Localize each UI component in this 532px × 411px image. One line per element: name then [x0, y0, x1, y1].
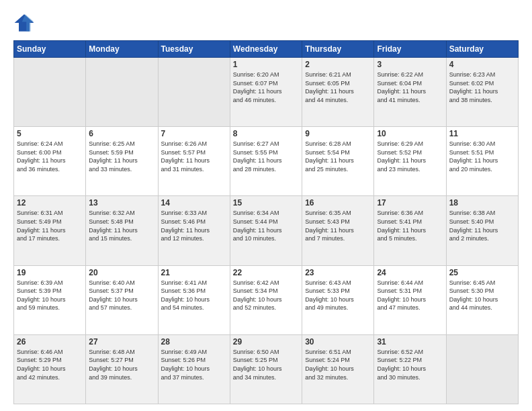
day-info: Sunrise: 6:32 AM Sunset: 5:48 PM Dayligh…: [89, 209, 154, 242]
day-info: Sunrise: 6:44 AM Sunset: 5:31 PM Dayligh…: [377, 279, 443, 312]
day-info: Sunrise: 6:27 AM Sunset: 5:55 PM Dayligh…: [233, 140, 299, 173]
logo-icon: [13, 12, 35, 34]
calendar-cell: 5Sunrise: 6:24 AM Sunset: 6:00 PM Daylig…: [14, 127, 86, 196]
day-number: 15: [233, 198, 299, 208]
day-number: 28: [161, 337, 227, 347]
day-number: 13: [89, 198, 154, 208]
day-number: 29: [233, 337, 299, 347]
calendar-cell: 29Sunrise: 6:50 AM Sunset: 5:25 PM Dayli…: [230, 334, 302, 404]
day-number: 10: [377, 129, 443, 138]
day-info: Sunrise: 6:31 AM Sunset: 5:49 PM Dayligh…: [17, 209, 83, 242]
day-number: 4: [449, 60, 515, 69]
calendar-cell: 20Sunrise: 6:40 AM Sunset: 5:37 PM Dayli…: [86, 265, 158, 334]
calendar-week-row: 1Sunrise: 6:20 AM Sunset: 6:07 PM Daylig…: [14, 58, 519, 127]
day-number: 21: [161, 268, 227, 277]
calendar-cell: 2Sunrise: 6:21 AM Sunset: 6:05 PM Daylig…: [302, 58, 374, 127]
calendar-cell: 18Sunrise: 6:38 AM Sunset: 5:40 PM Dayli…: [446, 196, 518, 265]
day-number: 19: [17, 268, 83, 277]
day-number: 3: [377, 60, 443, 69]
day-info: Sunrise: 6:52 AM Sunset: 5:22 PM Dayligh…: [377, 348, 443, 381]
calendar-cell: 6Sunrise: 6:25 AM Sunset: 5:59 PM Daylig…: [86, 127, 158, 196]
day-number: 30: [305, 337, 371, 347]
day-info: Sunrise: 6:29 AM Sunset: 5:52 PM Dayligh…: [377, 140, 443, 173]
calendar-cell: 3Sunrise: 6:22 AM Sunset: 6:04 PM Daylig…: [374, 58, 446, 127]
day-number: 16: [305, 198, 371, 208]
day-info: Sunrise: 6:23 AM Sunset: 6:02 PM Dayligh…: [449, 71, 515, 104]
day-info: Sunrise: 6:45 AM Sunset: 5:30 PM Dayligh…: [449, 279, 515, 312]
page: SundayMondayTuesdayWednesdayThursdayFrid…: [0, 0, 532, 411]
calendar-cell: 21Sunrise: 6:41 AM Sunset: 5:36 PM Dayli…: [158, 265, 230, 334]
calendar-cell: 10Sunrise: 6:29 AM Sunset: 5:52 PM Dayli…: [374, 127, 446, 196]
day-number: 20: [89, 268, 154, 277]
day-number: 26: [17, 337, 83, 347]
weekday-header-row: SundayMondayTuesdayWednesdayThursdayFrid…: [14, 41, 519, 58]
day-info: Sunrise: 6:28 AM Sunset: 5:54 PM Dayligh…: [305, 140, 371, 173]
weekday-header-sunday: Sunday: [14, 41, 86, 58]
day-number: 2: [305, 60, 371, 69]
day-number: 25: [449, 268, 515, 277]
calendar-cell: 9Sunrise: 6:28 AM Sunset: 5:54 PM Daylig…: [302, 127, 374, 196]
day-number: 8: [233, 129, 299, 138]
day-info: Sunrise: 6:38 AM Sunset: 5:40 PM Dayligh…: [449, 209, 515, 242]
day-number: 7: [161, 129, 227, 138]
day-info: Sunrise: 6:41 AM Sunset: 5:36 PM Dayligh…: [161, 279, 227, 312]
calendar-cell: 27Sunrise: 6:48 AM Sunset: 5:27 PM Dayli…: [86, 334, 158, 404]
day-info: Sunrise: 6:42 AM Sunset: 5:34 PM Dayligh…: [233, 279, 299, 312]
day-number: 11: [449, 129, 515, 138]
header: [13, 12, 519, 34]
day-info: Sunrise: 6:48 AM Sunset: 5:27 PM Dayligh…: [89, 348, 154, 381]
calendar-cell: 13Sunrise: 6:32 AM Sunset: 5:48 PM Dayli…: [86, 196, 158, 265]
calendar-week-row: 12Sunrise: 6:31 AM Sunset: 5:49 PM Dayli…: [14, 196, 519, 265]
day-number: 27: [89, 337, 154, 347]
day-info: Sunrise: 6:24 AM Sunset: 6:00 PM Dayligh…: [17, 140, 83, 173]
calendar-cell: 16Sunrise: 6:35 AM Sunset: 5:43 PM Dayli…: [302, 196, 374, 265]
calendar-cell: 28Sunrise: 6:49 AM Sunset: 5:26 PM Dayli…: [158, 334, 230, 404]
day-info: Sunrise: 6:33 AM Sunset: 5:46 PM Dayligh…: [161, 209, 227, 242]
calendar-cell: 1Sunrise: 6:20 AM Sunset: 6:07 PM Daylig…: [230, 58, 302, 127]
day-info: Sunrise: 6:43 AM Sunset: 5:33 PM Dayligh…: [305, 279, 371, 312]
logo: [13, 12, 38, 34]
weekday-header-thursday: Thursday: [302, 41, 374, 58]
day-info: Sunrise: 6:51 AM Sunset: 5:24 PM Dayligh…: [305, 348, 371, 381]
day-number: 17: [377, 198, 443, 208]
calendar-cell: 31Sunrise: 6:52 AM Sunset: 5:22 PM Dayli…: [374, 334, 446, 404]
calendar-cell: 12Sunrise: 6:31 AM Sunset: 5:49 PM Dayli…: [14, 196, 86, 265]
day-info: Sunrise: 6:40 AM Sunset: 5:37 PM Dayligh…: [89, 279, 154, 312]
day-number: 5: [17, 129, 83, 138]
day-number: 6: [89, 129, 154, 138]
calendar-table: SundayMondayTuesdayWednesdayThursdayFrid…: [13, 40, 519, 404]
calendar-week-row: 5Sunrise: 6:24 AM Sunset: 6:00 PM Daylig…: [14, 127, 519, 196]
day-number: 24: [377, 268, 443, 277]
day-number: 18: [449, 198, 515, 208]
calendar-cell: 17Sunrise: 6:36 AM Sunset: 5:41 PM Dayli…: [374, 196, 446, 265]
day-info: Sunrise: 6:30 AM Sunset: 5:51 PM Dayligh…: [449, 140, 515, 173]
calendar-cell: 11Sunrise: 6:30 AM Sunset: 5:51 PM Dayli…: [446, 127, 518, 196]
calendar-cell: 22Sunrise: 6:42 AM Sunset: 5:34 PM Dayli…: [230, 265, 302, 334]
weekday-header-tuesday: Tuesday: [158, 41, 230, 58]
day-info: Sunrise: 6:35 AM Sunset: 5:43 PM Dayligh…: [305, 209, 371, 242]
calendar-cell: 26Sunrise: 6:46 AM Sunset: 5:29 PM Dayli…: [14, 334, 86, 404]
calendar-cell: 4Sunrise: 6:23 AM Sunset: 6:02 PM Daylig…: [446, 58, 518, 127]
day-info: Sunrise: 6:25 AM Sunset: 5:59 PM Dayligh…: [89, 140, 154, 173]
day-number: 1: [233, 60, 299, 69]
calendar-cell: [86, 58, 158, 127]
day-number: 9: [305, 129, 371, 138]
day-number: 14: [161, 198, 227, 208]
weekday-header-wednesday: Wednesday: [230, 41, 302, 58]
calendar-cell: 24Sunrise: 6:44 AM Sunset: 5:31 PM Dayli…: [374, 265, 446, 334]
calendar-cell: 30Sunrise: 6:51 AM Sunset: 5:24 PM Dayli…: [302, 334, 374, 404]
day-info: Sunrise: 6:22 AM Sunset: 6:04 PM Dayligh…: [377, 71, 443, 104]
day-info: Sunrise: 6:49 AM Sunset: 5:26 PM Dayligh…: [161, 348, 227, 381]
weekday-header-saturday: Saturday: [446, 41, 518, 58]
calendar-cell: 15Sunrise: 6:34 AM Sunset: 5:44 PM Dayli…: [230, 196, 302, 265]
day-info: Sunrise: 6:36 AM Sunset: 5:41 PM Dayligh…: [377, 209, 443, 242]
day-info: Sunrise: 6:20 AM Sunset: 6:07 PM Dayligh…: [233, 71, 299, 104]
weekday-header-friday: Friday: [374, 41, 446, 58]
day-number: 22: [233, 268, 299, 277]
day-info: Sunrise: 6:50 AM Sunset: 5:25 PM Dayligh…: [233, 348, 299, 381]
day-info: Sunrise: 6:21 AM Sunset: 6:05 PM Dayligh…: [305, 71, 371, 104]
calendar-cell: 7Sunrise: 6:26 AM Sunset: 5:57 PM Daylig…: [158, 127, 230, 196]
day-info: Sunrise: 6:46 AM Sunset: 5:29 PM Dayligh…: [17, 348, 83, 381]
calendar-week-row: 26Sunrise: 6:46 AM Sunset: 5:29 PM Dayli…: [14, 334, 519, 404]
calendar-cell: 14Sunrise: 6:33 AM Sunset: 5:46 PM Dayli…: [158, 196, 230, 265]
